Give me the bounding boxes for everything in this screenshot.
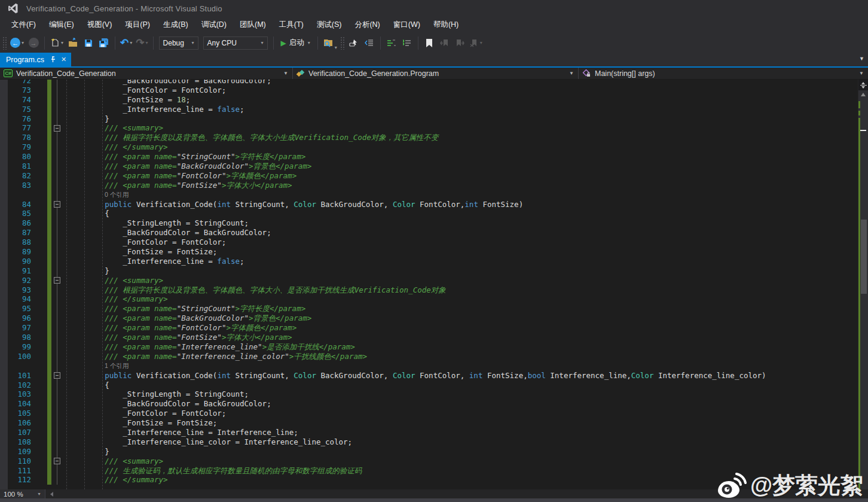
code-line[interactable]: 86 _StringLength = StringCount; (8, 218, 858, 228)
code-line[interactable]: 82 /// <param name="FontColor">字体颜色</par… (8, 171, 858, 181)
next-bookmark-button[interactable] (453, 36, 467, 50)
save-all-button[interactable] (97, 36, 111, 50)
scrollbar-track[interactable] (858, 99, 868, 489)
code-line[interactable]: 105 _FontColor = FontColor; (8, 409, 858, 418)
solution-platform-combo[interactable]: Any CPU▾ (203, 36, 268, 50)
structure-view-button[interactable] (362, 36, 377, 50)
code-line[interactable]: 96 /// <param name="BackGroudColor">背景色<… (8, 314, 858, 323)
menu-item[interactable]: 文件(F) (5, 17, 42, 32)
vertical-scrollbar[interactable] (858, 80, 868, 489)
prev-bookmark-button[interactable] (438, 36, 452, 50)
code-viewport[interactable]: 72 _BackGroudColor = BackGroudColor;73 _… (8, 80, 858, 489)
tab-overflow-chevron-icon[interactable]: ▼ (859, 56, 864, 62)
code-line[interactable]: 109 } (8, 447, 858, 457)
menu-item[interactable]: 视图(V) (81, 17, 119, 32)
fold-collapse-box[interactable]: − (54, 372, 60, 379)
code-line[interactable]: 102 { (8, 381, 858, 390)
menu-item[interactable]: 窗口(W) (387, 17, 427, 32)
code-line[interactable]: 94 /// </summary> (8, 294, 858, 304)
tab-program-cs[interactable]: Program.cs ✕ (0, 53, 71, 66)
clear-bookmarks-button[interactable]: ▾ (469, 36, 484, 50)
codelens-row[interactable]: 0 个引用 (8, 190, 858, 200)
code-line[interactable]: 88 _FontColor = FontColor; (8, 238, 858, 247)
new-item-button[interactable]: ▾ (48, 36, 65, 50)
code-line[interactable]: 79 /// </summary> (8, 142, 858, 152)
code-line[interactable]: 110− /// <summary> (8, 457, 858, 466)
save-button[interactable] (81, 36, 96, 50)
menu-item[interactable]: 团队(M) (233, 17, 273, 32)
code-line[interactable]: 76 } (8, 114, 858, 124)
code-line[interactable]: 89 _FontSize = FontSize; (8, 247, 858, 257)
pointer-select-button[interactable] (347, 36, 361, 50)
codelens-row[interactable]: 1 个引用 (8, 361, 858, 371)
code-line[interactable]: 84− public Verification_Code(int StringC… (8, 200, 858, 209)
code-line[interactable]: 75 _Interference_line = false; (8, 105, 858, 114)
line-number: 96 (8, 314, 37, 323)
change-tracking-bar (47, 86, 51, 95)
breakpoint-margin[interactable] (0, 80, 8, 489)
find-in-files-button[interactable]: ▾ (322, 36, 338, 50)
code-line[interactable]: 92− /// <summary> (8, 276, 858, 285)
editor-splitter-handle[interactable] (858, 80, 868, 90)
scroll-up-arrow[interactable] (858, 90, 868, 99)
code-line[interactable]: 74 _FontSize = 18; (8, 95, 858, 105)
code-line[interactable]: 80 /// <param name="StringCount">字符长度</p… (8, 152, 858, 162)
code-line[interactable]: 81 /// <param name="BackGroudColor">背景色<… (8, 162, 858, 171)
navigate-forward-button[interactable]: → (26, 36, 41, 50)
code-line[interactable]: 85 { (8, 209, 858, 218)
start-debug-button[interactable]: ▶ 启动 ▾ (277, 36, 314, 50)
menu-item[interactable]: 帮助(H) (427, 17, 465, 32)
code-line[interactable]: 104 _BackGroudColor = BackGroudColor; (8, 399, 858, 409)
code-line[interactable]: 97 /// <param name="FontColor">字体颜色</par… (8, 323, 858, 333)
undo-button[interactable]: ↶▾ (119, 36, 133, 50)
toggle-bookmark-button[interactable] (422, 36, 436, 50)
scrollbar-thumb[interactable] (861, 220, 867, 294)
solution-configuration-combo[interactable]: Debug▾ (159, 36, 198, 50)
fold-collapse-box[interactable]: − (54, 277, 60, 284)
comment-lines-button[interactable] (384, 36, 399, 50)
hscroll-left-arrow[interactable] (50, 492, 53, 497)
code-line[interactable]: 91 } (8, 266, 858, 276)
menu-item[interactable]: 调试(D) (195, 17, 233, 32)
code-line[interactable]: 95 /// <param name="StringCount">字符长度</p… (8, 304, 858, 314)
navigate-back-button[interactable]: ←▾ (9, 36, 25, 50)
visual-studio-logo-icon (7, 2, 19, 14)
code-line[interactable]: 103 _StringLength = StringCount; (8, 390, 858, 399)
code-line[interactable]: 83 /// <param name="FontSize">字体大小</para… (8, 181, 858, 190)
code-line[interactable]: 98 /// <param name="FontSize">字体大小</para… (8, 333, 858, 342)
code-line[interactable]: 93 /// 根据字符长度以及背景色、字体颜色、字体大小、是否添加干扰线生成Ve… (8, 285, 858, 295)
menu-item[interactable]: 生成(B) (157, 17, 195, 32)
code-line[interactable]: 108 _Interference_line_color = Interfere… (8, 437, 858, 447)
code-line[interactable]: 78 /// 根据字符长度以及背景色、字体颜色、字体大小生成Verificati… (8, 133, 858, 142)
code-line[interactable]: 72 _BackGroudColor = BackGroudColor; (8, 80, 858, 86)
menu-item[interactable]: 分析(N) (348, 17, 386, 32)
menu-item[interactable]: 项目(P) (118, 17, 157, 32)
code-line[interactable]: 90 _Interference_line = false; (8, 257, 858, 266)
code-line[interactable]: 73 _FontColor = FontColor; (8, 86, 858, 95)
member-dropdown[interactable]: Main(string[] args) ▼ (579, 68, 868, 79)
fold-collapse-box[interactable]: − (54, 458, 60, 464)
code-line[interactable]: 106 _FontSize = FontSize; (8, 418, 858, 428)
close-tab-icon[interactable]: ✕ (61, 56, 66, 63)
menu-item[interactable]: 编辑(E) (42, 17, 81, 32)
open-file-button[interactable] (66, 36, 80, 50)
code-line[interactable]: 99 /// <param name="Interference_line">是… (8, 342, 858, 352)
menu-item[interactable]: 测试(S) (310, 17, 349, 32)
code-line[interactable]: 101− public Verification_Code(int String… (8, 371, 858, 381)
pin-icon[interactable] (50, 56, 56, 63)
uncomment-lines-button[interactable] (400, 36, 414, 50)
code-line[interactable]: 100 /// <param name="Interference_line_c… (8, 352, 858, 361)
code-line[interactable]: 107 _Interference_line = Interference_li… (8, 428, 858, 437)
code-text: _Interference_line = false; (64, 257, 858, 266)
change-tracking-bar (47, 276, 51, 285)
code-line[interactable]: 87 _BackGroudColor = BackGroudColor; (8, 228, 858, 238)
type-dropdown[interactable]: Verification_Code_Generation.Program ▼ (293, 68, 579, 79)
redo-button[interactable]: ↷▾ (135, 36, 149, 50)
project-dropdown[interactable]: C# Verification_Code_Generation ▼ (0, 68, 293, 79)
fold-collapse-box[interactable]: − (54, 201, 60, 208)
menu-item[interactable]: 工具(T) (273, 17, 310, 32)
fold-collapse-box[interactable]: − (54, 125, 60, 132)
outlining-margin (51, 171, 64, 181)
code-line[interactable]: 77− /// <summary> (8, 123, 858, 133)
zoom-level-combo[interactable]: 100 % ▼ (0, 489, 45, 498)
